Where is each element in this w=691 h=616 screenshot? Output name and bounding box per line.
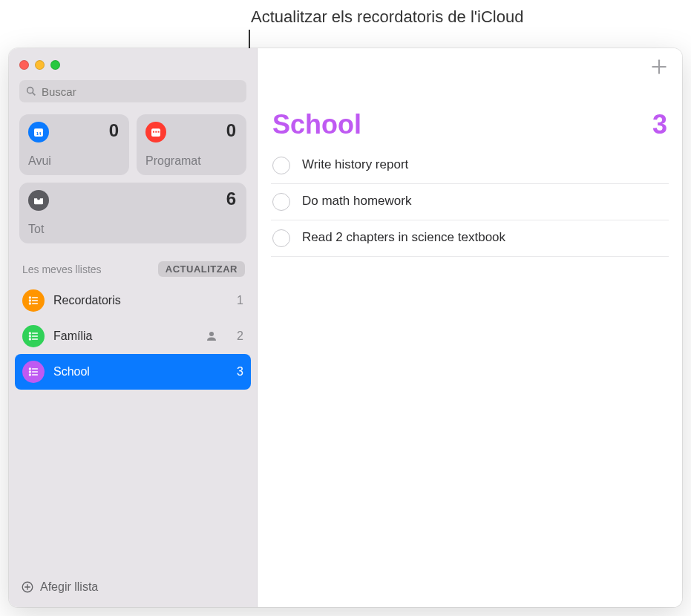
- zoom-window-button[interactable]: [50, 60, 60, 70]
- add-reminder-button[interactable]: [649, 57, 669, 76]
- section-title: Les meves llistes: [22, 263, 102, 275]
- smart-card-today-label: Avui: [28, 154, 51, 168]
- close-window-button[interactable]: [19, 60, 29, 70]
- sidebar-list-recordatoris[interactable]: Recordatoris 1: [15, 283, 251, 318]
- smart-card-all[interactable]: 6 Tot: [19, 183, 246, 243]
- reminders-list: Write history report Do math homework Re…: [258, 154, 682, 257]
- main-panel: School 3 Write history report Do math ho…: [258, 48, 682, 607]
- smart-card-all-count: 6: [226, 189, 236, 209]
- inbox-icon: [28, 190, 49, 211]
- smart-cards: 14 0 Avui 0 Programat 6 Tot: [9, 110, 257, 246]
- upgrade-button[interactable]: ACTUALITZAR: [158, 261, 245, 277]
- plus-circle-icon: [21, 580, 34, 594]
- search-container: [9, 80, 257, 110]
- sidebar-list-label: Família: [53, 330, 196, 343]
- reminder-checkbox[interactable]: [272, 229, 290, 247]
- search-input[interactable]: [19, 80, 246, 102]
- svg-point-13: [30, 303, 31, 304]
- reminder-checkbox[interactable]: [272, 157, 290, 174]
- add-list-button[interactable]: Afegir llista: [9, 573, 257, 601]
- smart-card-today-count: 0: [109, 120, 119, 141]
- app-window: 14 0 Avui 0 Programat 6 Tot Les m: [9, 48, 682, 607]
- reminder-item[interactable]: Write history report: [271, 154, 669, 184]
- main-toolbar: [258, 48, 682, 85]
- svg-point-9: [30, 297, 31, 298]
- smart-card-scheduled-label: Programat: [145, 154, 201, 168]
- sidebar-list-count: 2: [230, 330, 243, 343]
- shared-icon: [205, 330, 218, 343]
- sidebar-list-school[interactable]: School 3: [15, 354, 251, 390]
- svg-line-1: [33, 93, 36, 96]
- sidebar-list-count: 1: [230, 294, 243, 307]
- svg-point-22: [30, 368, 31, 370]
- calendar-icon: [145, 122, 166, 142]
- section-header: Les meves llistes ACTUALITZAR: [9, 246, 257, 283]
- list-title: School: [272, 109, 361, 140]
- reminder-text: Do math homework: [302, 194, 411, 208]
- reminder-text: Read 2 chapters in science textbook: [302, 230, 505, 244]
- list-bullet-icon: [22, 325, 45, 347]
- sidebar-list-familia[interactable]: Família 2: [15, 318, 251, 354]
- smart-card-scheduled[interactable]: 0 Programat: [137, 114, 246, 175]
- sidebar: 14 0 Avui 0 Programat 6 Tot Les m: [9, 48, 258, 607]
- sidebar-list-label: Recordatoris: [53, 294, 221, 307]
- svg-text:14: 14: [36, 131, 42, 136]
- list-count: 3: [652, 109, 667, 140]
- svg-point-21: [209, 332, 214, 336]
- reminder-checkbox[interactable]: [272, 193, 290, 211]
- annotation-label: Actualitzar els recordatoris de l'iCloud: [251, 7, 523, 27]
- smart-card-today[interactable]: 14 0 Avui: [19, 114, 129, 175]
- reminder-item[interactable]: Read 2 chapters in science textbook: [271, 220, 669, 257]
- window-controls: [9, 54, 257, 80]
- svg-point-11: [30, 300, 31, 301]
- main-header: School 3: [258, 85, 682, 154]
- sidebar-list-label: School: [53, 365, 221, 379]
- lists-container: Recordatoris 1 Família 2 School 3: [9, 283, 257, 390]
- minimize-window-button[interactable]: [35, 60, 45, 70]
- smart-card-scheduled-count: 0: [226, 120, 236, 141]
- svg-rect-6: [153, 131, 154, 133]
- search-icon: [25, 85, 37, 97]
- reminder-text: Write history report: [302, 157, 408, 171]
- calendar-today-icon: 14: [28, 122, 49, 142]
- svg-rect-7: [155, 131, 157, 133]
- svg-rect-3: [34, 128, 43, 131]
- svg-point-24: [30, 371, 31, 373]
- sidebar-list-count: 3: [230, 365, 243, 379]
- svg-point-26: [30, 374, 31, 376]
- svg-point-17: [30, 335, 31, 337]
- svg-point-0: [27, 88, 33, 94]
- reminder-item[interactable]: Do math homework: [271, 184, 669, 220]
- smart-card-all-label: Tot: [28, 223, 44, 236]
- svg-rect-8: [158, 131, 160, 133]
- add-list-label: Afegir llista: [40, 580, 98, 594]
- svg-point-15: [30, 332, 31, 334]
- list-bullet-icon: [22, 289, 45, 312]
- list-bullet-icon: [22, 361, 45, 383]
- svg-point-19: [30, 338, 31, 340]
